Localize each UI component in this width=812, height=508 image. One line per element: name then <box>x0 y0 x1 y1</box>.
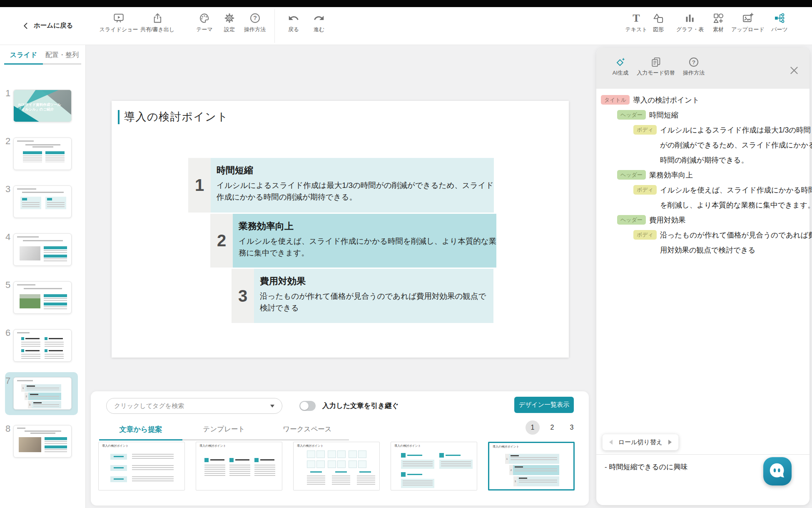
slide-thumbnail-1[interactable]: AIスライド資料作成ツール 「イルシル」のご紹介 <box>13 90 72 122</box>
assets-icon <box>713 13 724 24</box>
slide-thumbnail-2[interactable] <box>13 138 72 170</box>
insert-parts-button[interactable]: パーツ <box>771 13 788 33</box>
tag-header: ヘッダー <box>617 110 646 120</box>
role-prev-icon[interactable] <box>609 440 613 445</box>
outline-panel: AI生成 入力モード切替 ? 操作方法 タイトル 導入の検討ポイント ヘッダー … <box>596 48 810 505</box>
slide-thumbnail-8[interactable] <box>13 425 72 458</box>
design-thumbnail-1[interactable]: 導入の検討ポイント <box>98 442 185 490</box>
insert-assets-button[interactable]: 素材 <box>713 13 724 33</box>
outline-row-body-3[interactable]: ボディ 沿ったものが作れて価格が見合うのであれば費 用対効果の観点で検討できる <box>601 228 810 258</box>
slide-item-1[interactable]: 1 AIスライド資料作成ツール 「イルシル」のご紹介 <box>0 90 85 122</box>
design-thumbnail-4[interactable]: 導入の検討ポイント <box>391 442 477 490</box>
page-3[interactable]: 3 <box>565 420 579 435</box>
item-body: イルシルによるスライド作成は最大1/3の時間がの削減ができるため、スライド 作成… <box>217 180 494 203</box>
slides-sidebar: スライド 配置・整列 1 AIスライド資料作成ツール 「イルシル」のご紹介 2 <box>0 45 86 508</box>
item-header: 時間短縮 <box>217 164 494 177</box>
chart-icon <box>684 13 695 24</box>
slide-item-7[interactable]: 7 1 2 3 <box>0 377 85 410</box>
app: ホームに戻る スライドショー 共有/書き出し テーマ 設定 ? 操作方法 戻る <box>0 0 812 508</box>
slide-item-3[interactable]: 3 <box>0 185 85 218</box>
slide-thumbnail-4[interactable] <box>13 233 72 266</box>
tag-body: ボディ <box>633 185 657 195</box>
pagination: 1 2 3 <box>526 420 579 435</box>
tab-slides[interactable]: スライド <box>4 51 43 65</box>
upload-image-icon <box>742 13 754 24</box>
toolbar-divider <box>274 9 275 43</box>
carry-text-toggle[interactable] <box>299 401 316 411</box>
chevron-left-icon <box>22 22 30 30</box>
item-body: イルシルを使えば、スライド作成にかかる時間を削減し、より本質的な業 務に集中でき… <box>239 235 496 258</box>
undo-icon <box>288 13 299 24</box>
tag-search-placeholder: クリックしてタグを検索 <box>114 402 184 410</box>
tag-search-input[interactable]: クリックしてタグを検索 <box>106 398 282 414</box>
close-panel-icon[interactable] <box>789 65 800 76</box>
slide-title[interactable]: 導入の検討ポイント <box>118 110 229 124</box>
tab-arrange[interactable]: 配置・整列 <box>43 51 81 65</box>
role-switch-button[interactable]: ロール切り替え <box>602 434 679 450</box>
browser-top-strip <box>0 0 812 7</box>
slide-thumbnail-6[interactable] <box>13 329 72 362</box>
help-icon: ? <box>688 57 699 68</box>
svg-text:?: ? <box>253 15 257 21</box>
chat-support-button[interactable] <box>763 457 792 485</box>
ai-generate-button[interactable]: AI生成 <box>613 57 628 77</box>
slide-list-item-2[interactable]: 2 業務効率向上 イルシルを使えば、スライド作成にかかる時間を削減し、より本質的… <box>210 214 493 268</box>
insert-chart-table-button[interactable]: グラフ・表 <box>676 13 704 33</box>
back-to-home-button[interactable]: ホームに戻る <box>22 21 73 30</box>
slide-item-8[interactable]: 8 <box>0 425 85 458</box>
undo-button[interactable]: 戻る <box>288 13 299 33</box>
insert-text-button[interactable]: T テキスト <box>625 13 647 33</box>
share-export-button[interactable]: 共有/書き出し <box>140 13 174 33</box>
back-to-home-label: ホームに戻る <box>34 21 73 30</box>
tag-title: タイトル <box>601 95 630 105</box>
tab-workspace[interactable]: ワークスペース <box>266 420 349 440</box>
tab-template[interactable]: テンプレート <box>182 420 266 440</box>
memo-text[interactable]: - 時間短縮できるのに興味 <box>605 462 687 472</box>
svg-text:T: T <box>633 13 640 24</box>
outline-editor[interactable]: タイトル 導入の検討ポイント ヘッダー 時間短縮 ボディ イルシルによるスライド… <box>596 89 810 258</box>
slide-item-6[interactable]: 6 <box>0 329 85 362</box>
design-thumbnail-3[interactable]: 導入の検討ポイント <box>293 442 380 490</box>
title-accent-bar <box>118 110 120 124</box>
outline-row-header-1[interactable]: ヘッダー 時間短縮 <box>601 108 810 123</box>
shapes-icon <box>653 13 664 24</box>
slide-list-item-1[interactable]: 1 時間短縮 イルシルによるスライド作成は最大1/3の時間がの削減ができるため、… <box>188 158 493 213</box>
outline-row-title[interactable]: タイトル 導入の検討ポイント <box>601 93 810 108</box>
upload-button[interactable]: アップロード <box>731 13 765 33</box>
page-2[interactable]: 2 <box>545 420 559 435</box>
help-button[interactable]: ? 操作方法 <box>244 13 266 33</box>
slide-item-4[interactable]: 4 <box>0 233 85 266</box>
design-thumbnail-5-selected[interactable]: 導入の検討ポイント 1 2 3 <box>488 442 575 490</box>
suggestion-tabs: 文章から提案 テンプレート ワークスペース <box>99 420 349 440</box>
design-thumbnail-2[interactable]: 導入の検討ポイント <box>196 442 282 490</box>
slide-item-5[interactable]: 5 <box>0 281 85 314</box>
chat-bubble-icon <box>768 462 787 481</box>
text-icon: T <box>631 13 642 24</box>
insert-shapes-button[interactable]: 図形 <box>653 13 664 33</box>
parts-icon <box>774 13 785 24</box>
outline-row-body-2[interactable]: ボディ イルシルを使えば、スライド作成にかかる時間 を削減し、より本質的な業務に… <box>601 183 810 213</box>
settings-button[interactable]: 設定 <box>224 13 235 33</box>
slide-item-2[interactable]: 2 <box>0 138 85 170</box>
outline-row-body-1[interactable]: ボディ イルシルによるスライド作成は最大1/3の時間 がの削減ができるため、スラ… <box>601 123 810 168</box>
outline-row-header-3[interactable]: ヘッダー 費用対効果 <box>601 213 810 228</box>
slide-thumbnail-5[interactable] <box>13 281 72 314</box>
role-next-icon[interactable] <box>668 440 672 445</box>
sidebar-tabs: スライド 配置・整列 <box>0 45 85 65</box>
slide-thumbnail-7[interactable]: 1 2 3 <box>13 377 72 410</box>
redo-button[interactable]: 進む <box>314 13 325 33</box>
slide-list-item-3[interactable]: 3 費用対効果 沿ったものが作れて価格が見合うのであれば費用対効果の観点で 検討… <box>232 269 493 323</box>
slide-thumbnail-3[interactable] <box>13 185 72 218</box>
page-1[interactable]: 1 <box>526 420 540 435</box>
tab-suggest-from-text[interactable]: 文章から提案 <box>99 420 182 440</box>
panel-help-button[interactable]: ? 操作方法 <box>683 57 705 77</box>
slideshow-button[interactable]: スライドショー <box>100 13 138 33</box>
outline-row-header-2[interactable]: ヘッダー 業務効率向上 <box>601 168 810 183</box>
tag-header: ヘッダー <box>617 215 646 225</box>
slide-list: 1 AIスライド資料作成ツール 「イルシル」のご紹介 2 <box>0 90 85 473</box>
slide-canvas[interactable]: 導入の検討ポイント 1 時間短縮 イルシルによるスライド作成は最大1/3の時間が… <box>112 101 569 358</box>
share-export-icon <box>152 13 163 24</box>
input-mode-switch-button[interactable]: 入力モード切替 <box>637 57 675 77</box>
design-list-button[interactable]: デザイン一覧表示 <box>514 397 574 413</box>
theme-button[interactable]: テーマ <box>196 13 213 33</box>
